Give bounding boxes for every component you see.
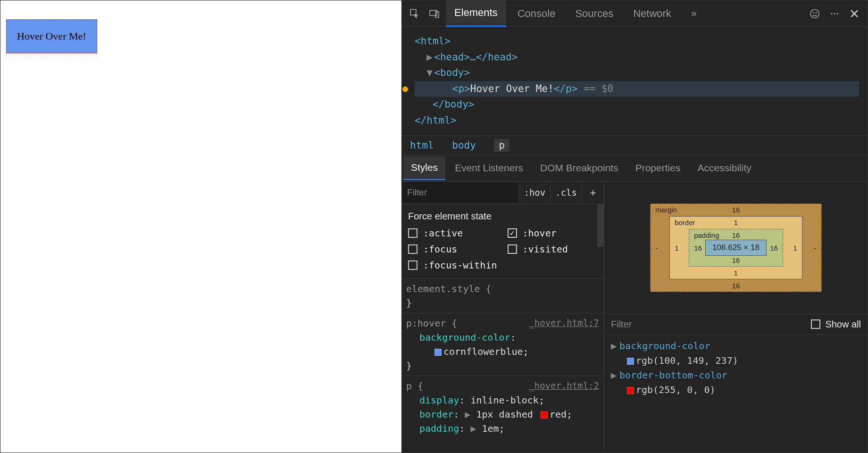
css-value[interactable]: 1px dashed: [476, 409, 538, 420]
padding-top-value[interactable]: 16: [732, 231, 740, 239]
border-right-value[interactable]: 1: [793, 243, 797, 252]
content-size[interactable]: 106.625 × 18: [705, 240, 767, 256]
subtab-accessibility[interactable]: Accessibility: [690, 157, 759, 179]
inspect-icon[interactable]: [406, 5, 423, 22]
rule-selector: element.style {: [406, 283, 492, 294]
kebab-icon[interactable]: [826, 5, 843, 22]
force-state-panel: Force element state :active :hover :focu…: [401, 204, 604, 279]
smiley-icon[interactable]: [806, 5, 823, 22]
eq-label: ==: [577, 81, 601, 97]
cls-toggle[interactable]: .cls: [550, 183, 582, 202]
collapse-icon[interactable]: ▼: [426, 65, 434, 81]
elements-tree[interactable]: <html> ▶<head>…</head> ▼<body> <p>Hover …: [401, 27, 868, 135]
styles-subtabs: Styles Event Listeners DOM Breakpoints P…: [401, 155, 868, 182]
selected-node-row[interactable]: <p>Hover Over Me!</p> == $0: [415, 81, 859, 97]
margin-top-value[interactable]: 16: [732, 206, 740, 214]
rule-close: }: [406, 360, 412, 371]
new-style-rule-button[interactable]: ＋: [582, 183, 604, 202]
computed-row[interactable]: ▶background-color rgb(100, 149, 237): [611, 339, 861, 368]
show-all-toggle[interactable]: Show all: [811, 319, 861, 330]
crumb-body[interactable]: body: [452, 140, 476, 151]
state-visited[interactable]: :visited: [508, 243, 598, 255]
state-focus-within[interactable]: :focus-within: [408, 260, 498, 271]
css-prop[interactable]: display: [419, 394, 459, 406]
computed-row[interactable]: ▶border-bottom-color rgb(255, 0, 0): [611, 368, 861, 397]
computed-filter-input[interactable]: Filter: [611, 319, 811, 330]
state-hover[interactable]: :hover: [508, 227, 598, 239]
subtab-event-listeners[interactable]: Event Listeners: [447, 157, 531, 179]
tabs-overflow[interactable]: »: [683, 1, 705, 26]
tag-body-open[interactable]: <body>: [434, 67, 470, 78]
styles-filter-input[interactable]: Filter: [401, 183, 518, 202]
subtab-dom-breakpoints[interactable]: DOM Breakpoints: [533, 157, 626, 179]
rule-p[interactable]: _hover.html:2 p { display: inline-block;…: [401, 376, 604, 438]
margin-bottom-value[interactable]: 16: [732, 282, 740, 290]
tag-head[interactable]: <head>…</head>: [434, 51, 517, 63]
state-focus[interactable]: :focus: [408, 243, 498, 255]
close-icon[interactable]: [846, 5, 863, 22]
rule-element-style[interactable]: element.style { }: [401, 279, 604, 313]
computed-prop-value: rgb(255, 0, 0): [636, 384, 716, 395]
hover-paragraph[interactable]: Hover Over Me!: [6, 19, 97, 53]
padding-right-value[interactable]: 16: [770, 243, 778, 252]
css-value[interactable]: inline-block;: [470, 394, 544, 406]
tag-html-open[interactable]: <html>: [415, 35, 451, 47]
subtab-styles[interactable]: Styles: [403, 156, 445, 180]
expand-icon[interactable]: ▶: [426, 50, 434, 66]
computed-pane: margin 16 16 - - border 1 1 1 1: [604, 182, 868, 453]
hov-toggle[interactable]: :hov: [518, 183, 550, 202]
checkbox-icon: [508, 244, 517, 254]
padding-label: padding: [694, 231, 719, 239]
expand-icon[interactable]: ▶: [470, 423, 482, 434]
color-swatch-icon[interactable]: [541, 411, 548, 419]
checkbox-icon: [408, 260, 417, 270]
checkbox-icon: [408, 244, 417, 254]
breakpoint-dot-icon: [402, 86, 408, 92]
margin-right-value[interactable]: -: [814, 243, 817, 252]
scrollbar[interactable]: [597, 204, 604, 247]
subtab-properties[interactable]: Properties: [628, 157, 688, 179]
tab-elements[interactable]: Elements: [446, 0, 506, 27]
checkbox-icon: [811, 319, 820, 329]
svg-point-8: [836, 13, 838, 14]
expand-icon[interactable]: ▶: [611, 340, 617, 352]
tab-sources[interactable]: Sources: [567, 1, 622, 26]
rule-p-hover[interactable]: _hover.html:7 p:hover { background-color…: [401, 313, 604, 376]
css-value[interactable]: cornflowerblue;: [443, 346, 529, 357]
dollar-zero: $0: [601, 81, 613, 97]
color-swatch-icon[interactable]: [627, 387, 634, 394]
state-label: :focus: [423, 243, 457, 255]
state-label: :active: [423, 227, 463, 239]
expand-icon[interactable]: ▶: [611, 369, 617, 381]
color-swatch-icon[interactable]: [627, 358, 634, 365]
border-top-value[interactable]: 1: [734, 218, 738, 226]
tab-network[interactable]: Network: [625, 1, 680, 26]
box-model-diagram[interactable]: margin 16 16 - - border 1 1 1 1: [604, 182, 868, 314]
padding-left-value[interactable]: 16: [694, 243, 702, 252]
margin-left-value[interactable]: -: [655, 243, 658, 252]
rule-source-link[interactable]: _hover.html:7: [529, 316, 599, 330]
border-bottom-value[interactable]: 1: [734, 269, 738, 277]
css-value[interactable]: 1em;: [482, 423, 504, 434]
state-active[interactable]: :active: [408, 227, 498, 239]
css-prop[interactable]: background-color: [419, 332, 510, 343]
css-prop[interactable]: border: [419, 409, 453, 420]
border-left-value[interactable]: 1: [675, 243, 678, 252]
svg-point-5: [816, 12, 816, 13]
css-value[interactable]: red;: [550, 409, 572, 420]
computed-prop-name: border-bottom-color: [619, 369, 727, 381]
crumb-p[interactable]: p: [494, 139, 509, 152]
crumb-html[interactable]: html: [410, 140, 434, 151]
tag-html-close[interactable]: </html>: [415, 115, 457, 126]
svg-point-7: [834, 13, 835, 14]
color-swatch-icon[interactable]: [434, 349, 442, 356]
tag-body-close[interactable]: </body>: [433, 99, 475, 110]
rule-selector: p {: [406, 380, 423, 392]
checkbox-icon: [408, 228, 417, 238]
rule-source-link[interactable]: _hover.html:2: [529, 379, 599, 393]
css-prop[interactable]: padding: [419, 423, 459, 434]
device-toggle-icon[interactable]: [426, 5, 443, 22]
padding-bottom-value[interactable]: 16: [732, 256, 740, 264]
tab-console[interactable]: Console: [509, 1, 564, 26]
expand-icon[interactable]: ▶: [465, 409, 476, 420]
